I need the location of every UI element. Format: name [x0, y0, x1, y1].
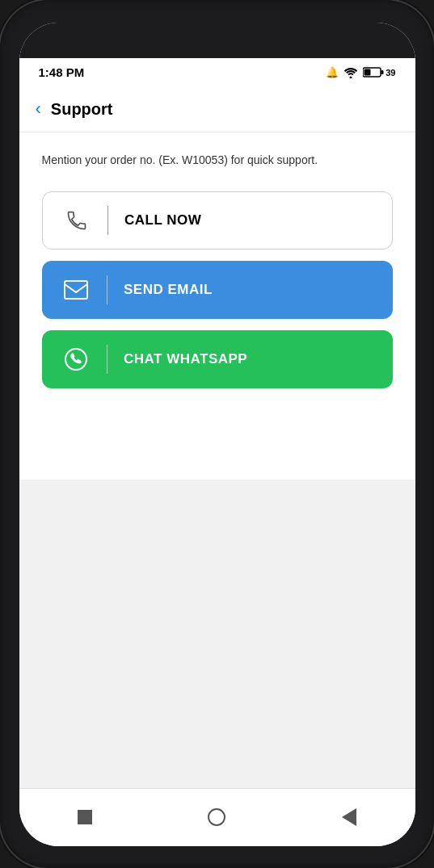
buttons-container: CALL NOW SEND EMAIL [42, 191, 393, 388]
battery-indicator: 39 [363, 67, 395, 78]
email-divider [107, 275, 108, 304]
svg-point-5 [65, 349, 86, 370]
svg-rect-4 [65, 281, 87, 299]
nav-home-button[interactable] [205, 806, 228, 828]
notification-icon: 🔔 [326, 66, 339, 78]
email-icon [61, 275, 91, 304]
back-nav-icon [342, 808, 356, 826]
nav-square-button[interactable] [74, 806, 96, 828]
phone-icon [62, 206, 91, 235]
main-content: Mention your order no. (Ex. W10053) for … [19, 132, 415, 480]
whatsapp-icon [61, 345, 91, 374]
app-header: ‹ Support [19, 87, 415, 132]
battery-text: 39 [386, 68, 395, 78]
notch-area [19, 23, 415, 58]
phone-screen: 1:48 PM 🔔 39 [19, 23, 415, 846]
send-email-button[interactable]: SEND EMAIL [42, 261, 393, 319]
bottom-navigation [19, 788, 415, 846]
description-text: Mention your order no. (Ex. W10053) for … [42, 152, 393, 169]
svg-rect-3 [364, 69, 371, 76]
whatsapp-button-label: CHAT WHATSAPP [124, 351, 247, 367]
status-icons: 🔔 39 [326, 66, 395, 78]
back-button[interactable]: ‹ [36, 100, 41, 118]
whatsapp-divider [107, 345, 108, 374]
whatsapp-button[interactable]: CHAT WHATSAPP [42, 330, 393, 388]
square-icon [78, 810, 92, 824]
svg-point-0 [350, 76, 352, 78]
gray-area [19, 480, 415, 788]
home-icon [208, 808, 225, 826]
status-time: 1:48 PM [39, 65, 85, 79]
nav-back-button[interactable] [338, 806, 360, 828]
call-divider [107, 206, 109, 235]
page-title: Support [51, 100, 113, 119]
email-button-label: SEND EMAIL [124, 282, 213, 298]
call-button-label: CALL NOW [124, 212, 201, 229]
notch [157, 23, 278, 45]
wifi-icon [343, 67, 358, 78]
svg-rect-2 [381, 70, 384, 74]
call-now-button[interactable]: CALL NOW [42, 191, 393, 249]
status-bar: 1:48 PM 🔔 39 [19, 58, 415, 87]
phone-frame: 1:48 PM 🔔 39 [0, 0, 434, 868]
